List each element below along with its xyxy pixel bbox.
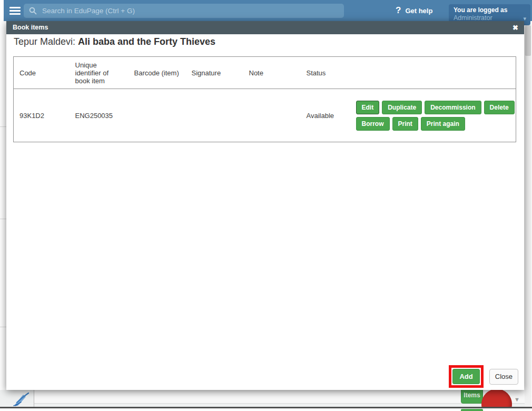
book-name: Ali baba and the Forty Thieves <box>78 36 215 47</box>
get-help-label: Get help <box>405 7 432 15</box>
borrow-button[interactable]: Borrow <box>356 117 390 131</box>
background-page-strip: Items ▼ <box>0 390 525 407</box>
book-title: Tepur Maldevi: Ali baba and the Forty Th… <box>14 36 215 47</box>
print-button[interactable]: Print <box>392 117 418 131</box>
cell-note <box>243 89 301 142</box>
col-header-barcode: Barcode (item) <box>129 57 186 89</box>
row-actions: Edit Duplicate Decommission Delete Borro… <box>356 89 516 142</box>
col-header-actions <box>356 57 516 89</box>
add-button[interactable]: Add <box>452 369 479 384</box>
cell-barcode <box>129 89 186 142</box>
duplicate-button[interactable]: Duplicate <box>382 101 422 114</box>
question-mark-icon: ? <box>396 5 401 16</box>
print-again-button[interactable]: Print again <box>421 117 465 131</box>
highlight-box: Add <box>449 365 483 388</box>
edupage-window: Search in EduPage (Ctrl + G) ? Get help … <box>0 0 532 411</box>
search-placeholder: Search in EduPage (Ctrl + G) <box>42 7 135 15</box>
delete-button[interactable]: Delete <box>484 101 515 114</box>
background-panel <box>34 390 525 404</box>
logged-as-label: You are logged as <box>454 6 526 14</box>
dialog-footer: Add Close <box>449 365 518 388</box>
col-header-code: Code <box>14 57 70 89</box>
dialog-title: Book items <box>13 21 48 34</box>
scroll-down-arrow-icon[interactable]: ▼ <box>514 396 520 403</box>
background-items-button[interactable]: Items <box>461 390 483 404</box>
edupage-pen-logo-icon <box>12 391 29 407</box>
dialog-header: Book items ✖ <box>6 21 524 34</box>
col-header-note: Note <box>243 57 301 89</box>
background-row-divider <box>0 126 6 127</box>
scrollbar-thumb[interactable] <box>525 25 531 56</box>
book-items-dialog: Book items ✖ Tepur Maldevi: Ali baba and… <box>6 21 524 390</box>
background-row-divider <box>0 219 6 219</box>
cell-code: 93K1D2 <box>14 89 70 142</box>
table-row: 93K1D2 ENG250035 Available Edit Duplicat… <box>14 89 516 142</box>
close-icon[interactable]: ✖ <box>513 21 518 34</box>
status-badge: Available <box>301 89 356 142</box>
cell-signature <box>186 89 243 142</box>
col-header-signature: Signature <box>186 57 243 89</box>
close-button[interactable]: Close <box>489 369 518 385</box>
book-items-table: Code Unique identifier of book item Barc… <box>13 56 516 142</box>
background-button-edge <box>461 409 483 411</box>
get-help-button[interactable]: ? Get help <box>396 0 432 21</box>
edit-button[interactable]: Edit <box>356 101 380 114</box>
background-bottom-border <box>0 407 532 408</box>
background-row-divider <box>0 327 6 327</box>
cell-unique-id: ENG250035 <box>70 89 129 142</box>
hamburger-menu-icon[interactable] <box>9 7 21 15</box>
search-input[interactable]: Search in EduPage (Ctrl + G) <box>24 4 344 18</box>
search-icon <box>29 7 37 15</box>
decommission-button[interactable]: Decommission <box>425 101 481 114</box>
col-header-unique-id: Unique identifier of book item <box>70 57 129 89</box>
book-author-prefix: Tepur Maldevi: <box>14 36 78 47</box>
page-scrollbar[interactable] <box>525 24 531 407</box>
table-header-row: Code Unique identifier of book item Barc… <box>14 57 516 89</box>
col-header-status: Status <box>301 57 356 89</box>
